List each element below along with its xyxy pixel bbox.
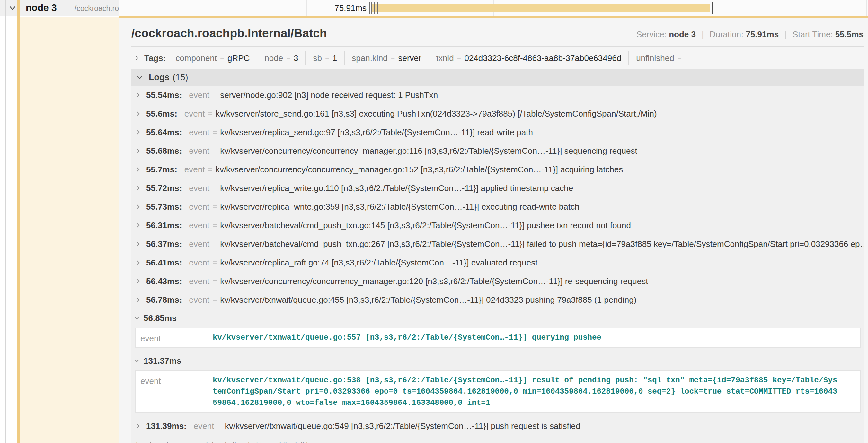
tag-key: component: [176, 53, 217, 63]
ruler-gridline: [306, 0, 307, 16]
chevron-right-icon: [135, 111, 141, 116]
log-row[interactable]: 55.54ms: event = server/node.go:902 [n3]…: [131, 86, 864, 104]
equals-sign: =: [213, 91, 217, 100]
log-row[interactable]: 55.64ms: event = kv/kvserver/replica_sen…: [131, 123, 864, 142]
log-row[interactable]: 55.7ms: event = kv/kvserver/concurrency/…: [131, 160, 864, 179]
log-timestamp: 56.43ms:: [146, 276, 182, 286]
equals-sign: =: [208, 165, 212, 174]
equals-sign: =: [213, 128, 217, 137]
log-message: server/node.go:902 [n3] node received re…: [220, 90, 438, 100]
log-field-key: event: [141, 375, 213, 408]
start-time-label: Start Time:: [793, 30, 833, 39]
log-row[interactable]: 56.43ms: event = kv/kvserver/concurrency…: [131, 272, 864, 291]
start-time-value: 55.5ms: [835, 30, 864, 39]
log-field-key: event: [189, 128, 210, 137]
log-message: kv/kvserver/txnwait/queue.go:455 [n3,s3,…: [220, 295, 637, 305]
log-message: kv/kvserver/concurrency/concurrency_mana…: [220, 276, 648, 286]
log-field-value: kv/kvserver/txnwait/queue.go:557 [n3,s3,…: [213, 332, 839, 343]
equals-sign: =: [325, 54, 329, 62]
chevron-right-icon: [135, 278, 141, 284]
tag-value: gRPC: [227, 53, 250, 63]
log-message: kv/kvserver/replica_write.go:359 [n3,s3,…: [220, 202, 579, 212]
log-row[interactable]: 55.68ms: event = kv/kvserver/concurrency…: [131, 142, 864, 160]
equals-sign: =: [286, 54, 290, 62]
equals-sign: =: [213, 240, 217, 248]
log-field-key: event: [189, 146, 210, 156]
log-row[interactable]: 56.37ms: event = kv/kvserver/batcheval/c…: [131, 235, 864, 253]
tag-item: sb=1: [305, 51, 344, 65]
log-field-value: kv/kvserver/txnwait/queue.go:538 [n3,s3,…: [213, 375, 839, 408]
chevron-right-icon: [135, 260, 141, 266]
log-row[interactable]: 55.6ms: event = kv/kvserver/store_send.g…: [131, 104, 864, 123]
log-field-key: event: [189, 183, 210, 193]
log-timestamp: 131.37ms: [144, 356, 181, 366]
log-timestamp: 56.85ms: [144, 313, 177, 323]
log-timestamp: 56.41ms:: [146, 258, 182, 268]
span-duration-label: 75.91ms: [312, 3, 367, 13]
chevron-right-icon: [135, 185, 141, 191]
log-timestamp: 55.7ms:: [146, 165, 177, 175]
log-marker-icon: [373, 2, 373, 14]
equals-sign: =: [391, 54, 395, 62]
header-divider: [131, 46, 864, 46]
equals-sign: =: [213, 259, 217, 267]
log-timestamp: 55.64ms:: [146, 128, 182, 137]
duration-label: Duration:: [710, 30, 744, 39]
timeline-ruler[interactable]: 75.91ms: [119, 0, 868, 16]
tags-accordion[interactable]: Tags: component=gRPC node=3 sb=1 span.ki…: [131, 50, 864, 66]
log-row[interactable]: 55.72ms: event = kv/kvserver/replica_wri…: [131, 179, 864, 197]
log-field-key: event: [189, 295, 210, 305]
span-duration-bar[interactable]: [371, 4, 710, 12]
equals-sign: =: [213, 277, 217, 286]
log-field-key: event: [189, 90, 210, 100]
chevron-down-icon: [134, 315, 140, 321]
detail-row-highlight: [20, 17, 119, 443]
chevron-right-icon: [135, 167, 141, 172]
span-color-accent: [17, 0, 20, 443]
log-message: kv/kvserver/txnwait/queue.go:549 [n3,s3,…: [225, 421, 581, 431]
span-title: /cockroach.roachpb.Internal/Batch: [131, 27, 327, 40]
log-timestamp: 55.68ms:: [146, 146, 182, 156]
log-row[interactable]: 55.73ms: event = kv/kvserver/replica_wri…: [131, 197, 864, 216]
log-field-key: event: [189, 202, 210, 212]
log-message: kv/kvserver/batcheval/cmd_push_txn.go:26…: [220, 239, 864, 249]
tag-value: 1: [333, 53, 337, 63]
span-bar-row: node 3 /cockroach.roach… 75.91ms: [0, 0, 868, 16]
logs-count: (15): [173, 73, 188, 82]
equals-sign: =: [678, 54, 682, 62]
chevron-right-icon: [135, 423, 141, 429]
log-marker-icon: [369, 2, 370, 14]
log-row[interactable]: 56.41ms: event = kv/kvserver/replica_raf…: [131, 253, 864, 272]
log-timestamp: 55.54ms:: [146, 90, 182, 100]
tag-item: span.kind=server: [344, 51, 428, 65]
log-timestamp: 56.31ms:: [146, 220, 182, 231]
logs-list: 55.54ms: event = server/node.go:902 [n3]…: [131, 86, 864, 443]
log-marker-icon: [377, 2, 378, 14]
log-row[interactable]: 131.39ms: event = kv/kvserver/txnwait/qu…: [131, 417, 864, 435]
duration-value: 75.91ms: [746, 30, 779, 39]
log-message: kv/kvserver/concurrency/concurrency_mana…: [220, 146, 637, 156]
log-message: kv/kvserver/batcheval/cmd_push_txn.go:14…: [220, 220, 631, 231]
log-detail-table: event kv/kvserver/txnwait/queue.go:557 […: [135, 328, 861, 348]
chevron-down-icon: [8, 4, 17, 12]
logs-accordion-header[interactable]: Logs (15): [131, 69, 864, 86]
tag-key: sb: [313, 53, 321, 63]
equals-sign: =: [213, 221, 217, 230]
log-marker-icon: [376, 2, 376, 14]
span-service-name: node 3: [26, 2, 57, 13]
span-overview: Service: node 3|Duration: 75.91ms|Start …: [637, 30, 864, 39]
log-row-expanded-header[interactable]: 131.37ms: [131, 352, 864, 370]
tag-key: txnid: [436, 53, 454, 63]
jaeger-span-detail-view: node 3 /cockroach.roach… 75.91ms /cockro…: [0, 0, 868, 443]
tag-value: server: [398, 53, 421, 63]
separator: |: [784, 30, 787, 39]
log-marker-icon: [712, 2, 713, 14]
tag-item: unfinished=: [628, 51, 692, 65]
log-row[interactable]: 56.31ms: event = kv/kvserver/batcheval/c…: [131, 216, 864, 235]
logs-footer-note: Log timestamps are relative to the start…: [131, 435, 864, 443]
tag-key: span.kind: [352, 53, 388, 63]
log-row-expanded-header[interactable]: 56.85ms: [131, 309, 864, 327]
tags-label: Tags:: [144, 53, 166, 63]
log-row[interactable]: 56.78ms: event = kv/kvserver/txnwait/que…: [131, 291, 864, 309]
log-timestamp: 56.78ms:: [146, 295, 182, 305]
